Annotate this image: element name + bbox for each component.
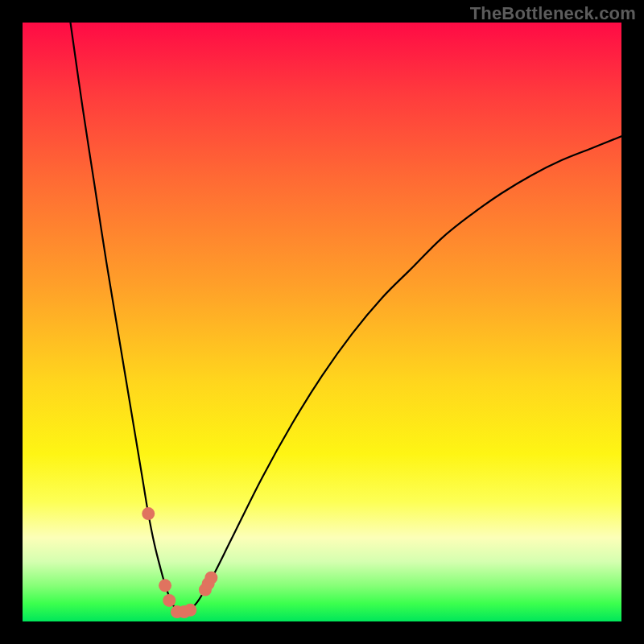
data-marker xyxy=(184,604,196,617)
data-marker xyxy=(159,579,171,592)
data-marker xyxy=(142,507,155,520)
bottleneck-curve-chart xyxy=(23,23,621,621)
chart-frame: TheBottleneck.com xyxy=(0,0,644,644)
curve-left-branch xyxy=(71,23,179,613)
watermark-text: TheBottleneck.com xyxy=(470,3,636,24)
curve-right-branch xyxy=(178,136,621,612)
data-marker xyxy=(204,572,217,584)
plot-area xyxy=(23,23,621,621)
data-marker xyxy=(163,594,175,607)
